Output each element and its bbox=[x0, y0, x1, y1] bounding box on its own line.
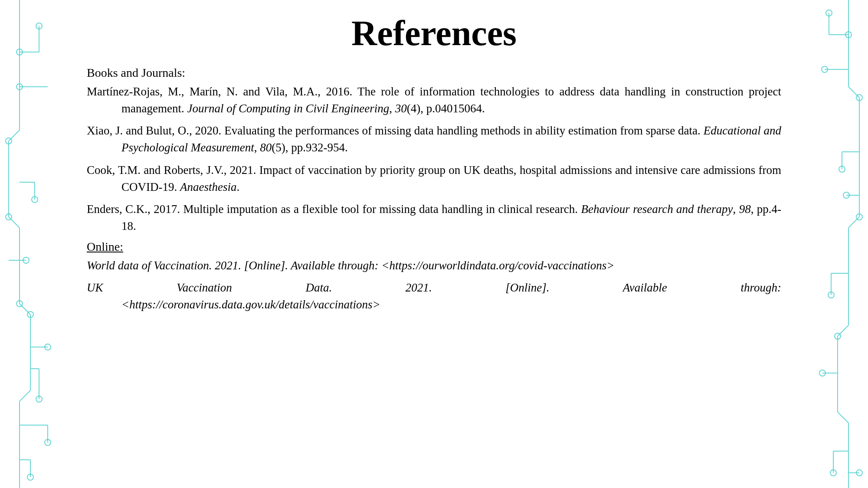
reference-2: Xiao, J. and Bulut, O., 2020. Evaluating… bbox=[87, 122, 781, 156]
svg-point-30 bbox=[27, 311, 33, 318]
svg-line-40 bbox=[838, 325, 848, 336]
svg-point-22 bbox=[16, 49, 23, 55]
svg-point-31 bbox=[45, 344, 51, 350]
online-label: Online: bbox=[87, 240, 781, 254]
svg-point-32 bbox=[36, 396, 42, 402]
svg-point-56 bbox=[826, 10, 832, 16]
online-reference-2: UK Vaccination Data. 2021. [Online]. Ava… bbox=[87, 279, 781, 313]
svg-point-65 bbox=[819, 370, 825, 376]
svg-point-28 bbox=[23, 257, 29, 263]
svg-point-23 bbox=[36, 23, 42, 29]
svg-point-58 bbox=[822, 66, 828, 72]
page-title: References bbox=[87, 13, 781, 54]
svg-line-3 bbox=[9, 217, 20, 228]
svg-point-59 bbox=[856, 95, 862, 101]
svg-point-67 bbox=[856, 470, 862, 476]
svg-point-64 bbox=[835, 333, 841, 339]
online-reference-1: World data of Vaccination. 2021. [Online… bbox=[87, 257, 781, 274]
svg-line-5 bbox=[20, 304, 30, 314]
svg-point-66 bbox=[830, 470, 836, 476]
svg-point-62 bbox=[856, 214, 862, 220]
svg-line-1 bbox=[9, 130, 20, 141]
svg-line-36 bbox=[848, 87, 859, 98]
svg-point-61 bbox=[843, 192, 849, 198]
svg-point-27 bbox=[32, 197, 38, 203]
svg-line-42 bbox=[838, 412, 848, 423]
svg-point-24 bbox=[16, 84, 23, 90]
reference-3: Cook, T.M. and Roberts, J.V., 2021. Impa… bbox=[87, 162, 781, 196]
svg-point-57 bbox=[845, 32, 852, 38]
books-journals-label: Books and Journals: bbox=[87, 66, 781, 80]
svg-point-29 bbox=[16, 301, 23, 307]
svg-point-26 bbox=[6, 214, 12, 220]
svg-line-7 bbox=[20, 390, 30, 401]
svg-point-63 bbox=[828, 292, 834, 298]
reference-1: Martínez-Rojas, M., Marín, N. and Vila, … bbox=[87, 83, 781, 117]
svg-line-38 bbox=[848, 217, 859, 228]
svg-point-33 bbox=[45, 439, 51, 445]
svg-point-34 bbox=[27, 474, 33, 480]
reference-4: Enders, C.K., 2017. Multiple imputation … bbox=[87, 201, 781, 235]
svg-point-25 bbox=[6, 138, 12, 144]
svg-point-60 bbox=[839, 166, 845, 172]
